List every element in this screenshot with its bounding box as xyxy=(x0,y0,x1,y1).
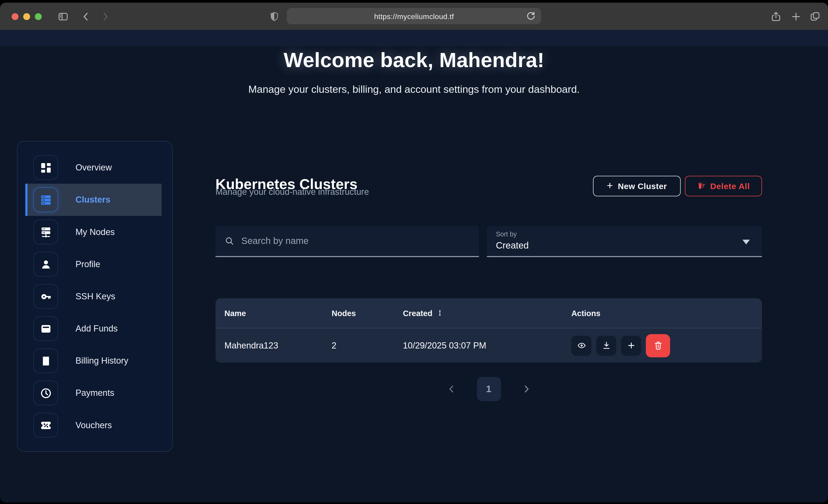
sidebar-item-label: Clusters xyxy=(76,195,111,205)
sidebar-item-my-nodes[interactable]: My Nodes xyxy=(17,216,172,248)
sidebar-item-label: Profile xyxy=(76,259,100,269)
sidebar-item-billing-history[interactable]: Billing History xyxy=(17,345,172,377)
chevron-left-icon xyxy=(446,384,456,394)
forward-button[interactable] xyxy=(98,3,112,30)
payments-icon xyxy=(33,381,58,406)
new-cluster-label: New Cluster xyxy=(618,181,667,191)
share-icon xyxy=(770,11,781,22)
new-tab-button[interactable] xyxy=(789,3,803,30)
search-input[interactable] xyxy=(240,235,479,247)
cell-nodes: 2 xyxy=(332,340,403,350)
tab-overview-button[interactable] xyxy=(808,3,822,30)
tabs-icon xyxy=(809,11,820,22)
cell-created: 10/29/2025 03:07 PM xyxy=(403,340,571,350)
reload-icon xyxy=(525,10,536,22)
download-kubeconfig-button[interactable] xyxy=(596,335,616,355)
sort-dropdown[interactable]: Sort by Created xyxy=(487,226,762,257)
column-created[interactable]: Created xyxy=(403,308,571,318)
screen: https://myceliumcloud.tf Welcome back, M… xyxy=(0,0,828,504)
traffic-close[interactable] xyxy=(12,13,18,20)
sidebar-item-overview[interactable]: Overview xyxy=(17,152,172,183)
sort-updown-icon xyxy=(436,309,444,317)
profile-icon xyxy=(33,252,58,277)
vouchers-icon xyxy=(33,413,58,437)
sidebar-item-profile[interactable]: Profile xyxy=(17,248,172,280)
sidebar-item-ssh-keys[interactable]: SSH Keys xyxy=(17,280,172,312)
window-controls xyxy=(12,3,42,30)
ssh-keys-icon xyxy=(33,284,58,309)
sidebar-item-clusters[interactable]: Clusters xyxy=(25,184,162,216)
previous-page-button[interactable] xyxy=(445,383,457,395)
search-icon xyxy=(224,236,235,246)
page-number-button[interactable]: 1 xyxy=(477,377,501,401)
back-icon xyxy=(80,11,91,22)
table-row: Mahendra123 2 10/29/2025 03:07 PM xyxy=(215,328,762,363)
sidebar-item-label: Overview xyxy=(76,163,112,173)
next-page-button[interactable] xyxy=(520,383,532,395)
browser-toolbar: https://myceliumcloud.tf xyxy=(0,3,828,31)
sort-label: Sort by xyxy=(496,230,762,238)
clusters-table: Name Nodes Created Actions Mahendra123 2… xyxy=(215,298,762,363)
page-subtitle: Manage your cloud-native infrastructure xyxy=(215,187,369,197)
view-cluster-button[interactable] xyxy=(571,335,591,355)
nodes-icon xyxy=(33,220,58,244)
sidebar-toggle-icon xyxy=(57,11,68,22)
billing-history-icon xyxy=(33,348,58,373)
trash-icon xyxy=(653,340,663,350)
clusters-icon xyxy=(33,187,58,212)
main-panel: Kubernetes Clusters Manage your cloud-na… xyxy=(215,30,762,503)
sidebar-item-label: Billing History xyxy=(76,356,128,366)
overview-icon xyxy=(33,155,58,180)
pagination: 1 xyxy=(215,377,762,401)
delete-cluster-button[interactable] xyxy=(646,334,670,357)
privacy-shield-button[interactable] xyxy=(267,3,281,30)
traffic-zoom[interactable] xyxy=(35,13,42,20)
page-top-strip xyxy=(0,30,828,46)
column-nodes: Nodes xyxy=(332,308,403,318)
sidebar-item-label: Payments xyxy=(76,388,115,398)
chevron-right-icon xyxy=(521,384,532,394)
sidebar-nav: OverviewClustersMy NodesProfileSSH KeysA… xyxy=(17,141,173,452)
plus-icon xyxy=(626,341,635,350)
url-text[interactable]: https://myceliumcloud.tf xyxy=(374,12,454,20)
cell-actions xyxy=(571,334,762,357)
browser-window: https://myceliumcloud.tf Welcome back, M… xyxy=(0,3,828,502)
reload-button[interactable] xyxy=(525,10,536,22)
welcome-heading: Welcome back, Mahendra! xyxy=(0,50,828,70)
sidebar-item-payments[interactable]: Payments xyxy=(17,377,172,409)
column-name: Name xyxy=(215,308,332,318)
delete-sweep-icon xyxy=(697,181,706,191)
sidebar-item-label: My Nodes xyxy=(76,227,115,237)
traffic-minimize[interactable] xyxy=(23,13,30,20)
add-node-button[interactable] xyxy=(621,335,641,355)
delete-all-button[interactable]: Delete All xyxy=(685,176,762,197)
column-actions: Actions xyxy=(571,308,762,318)
sidebar-item-vouchers[interactable]: Vouchers xyxy=(17,409,172,441)
chevron-down-icon xyxy=(743,240,750,244)
back-button[interactable] xyxy=(79,3,92,30)
eye-icon xyxy=(577,341,586,350)
sidebar-item-label: Add Funds xyxy=(76,324,118,334)
sort-value: Created xyxy=(496,240,762,251)
new-cluster-button[interactable]: + New Cluster xyxy=(593,176,680,197)
sidebar-item-label: Vouchers xyxy=(76,420,112,430)
table-header: Name Nodes Created Actions xyxy=(215,298,762,328)
page-content: Welcome back, Mahendra! Manage your clus… xyxy=(0,30,828,503)
download-icon xyxy=(602,341,611,350)
column-created-label: Created xyxy=(403,308,432,318)
add-funds-icon xyxy=(33,316,58,341)
new-tab-plus-icon xyxy=(790,11,801,22)
share-button[interactable] xyxy=(769,3,783,30)
welcome-subtitle: Manage your clusters, billing, and accou… xyxy=(0,83,828,95)
shield-icon xyxy=(268,11,280,22)
sidebar-item-add-funds[interactable]: Add Funds xyxy=(17,312,172,345)
forward-icon xyxy=(99,11,111,22)
plus-icon: + xyxy=(607,179,613,192)
cell-name: Mahendra123 xyxy=(215,340,332,350)
delete-all-label: Delete All xyxy=(710,181,750,191)
search-field[interactable] xyxy=(215,226,479,257)
sidebar-item-label: SSH Keys xyxy=(76,291,115,301)
sidebar-toggle-button[interactable] xyxy=(56,3,70,30)
url-bar[interactable]: https://myceliumcloud.tf xyxy=(287,8,541,24)
